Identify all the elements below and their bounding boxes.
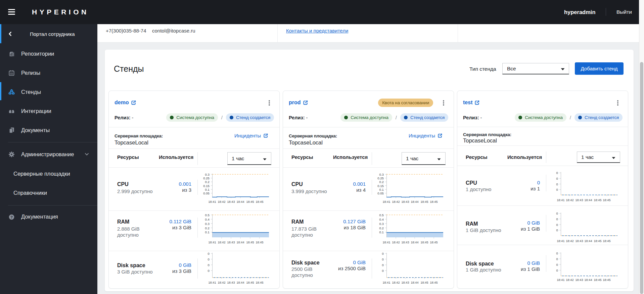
svg-text:0: 0 bbox=[208, 263, 210, 267]
svg-text:0: 0 bbox=[382, 263, 384, 267]
svg-text:18:44: 18:44 bbox=[237, 281, 244, 284]
svg-text:18:45: 18:45 bbox=[430, 281, 438, 284]
svg-text:18:45: 18:45 bbox=[256, 200, 264, 203]
svg-text:0.2: 0.2 bbox=[205, 226, 210, 230]
svg-text:18:42: 18:42 bbox=[566, 239, 574, 243]
svg-text:18:44: 18:44 bbox=[411, 200, 419, 203]
svg-text:0: 0 bbox=[208, 257, 210, 261]
svg-text:0.1: 0.1 bbox=[205, 230, 210, 234]
svg-text:18:45: 18:45 bbox=[603, 278, 611, 282]
svg-text:18:42: 18:42 bbox=[566, 198, 574, 202]
svg-text:18:41: 18:41 bbox=[557, 278, 565, 282]
svg-text:18:41: 18:41 bbox=[383, 281, 390, 284]
svg-text:18:41: 18:41 bbox=[209, 200, 216, 203]
svg-text:0.2: 0.2 bbox=[379, 226, 384, 230]
svg-text:18:41: 18:41 bbox=[209, 281, 216, 284]
svg-text:18:43: 18:43 bbox=[576, 239, 583, 243]
svg-text:18:45: 18:45 bbox=[594, 198, 602, 202]
svg-text:0: 0 bbox=[556, 177, 558, 180]
svg-text:0: 0 bbox=[556, 182, 558, 186]
svg-text:18:43: 18:43 bbox=[227, 241, 235, 244]
svg-text:18:43: 18:43 bbox=[227, 281, 235, 284]
svg-text:0.3: 0.3 bbox=[379, 173, 384, 176]
svg-text:18:43: 18:43 bbox=[402, 281, 409, 284]
svg-text:0: 0 bbox=[556, 263, 558, 267]
svg-text:18:41: 18:41 bbox=[209, 241, 216, 244]
svg-text:0: 0 bbox=[208, 269, 210, 273]
svg-text:0: 0 bbox=[382, 269, 384, 273]
svg-text:18:41: 18:41 bbox=[557, 239, 565, 243]
svg-text:0.2: 0.2 bbox=[379, 180, 384, 184]
svg-text:18:42: 18:42 bbox=[392, 281, 400, 284]
svg-text:18:45: 18:45 bbox=[430, 241, 438, 244]
svg-text:0: 0 bbox=[556, 212, 558, 215]
svg-text:18:43: 18:43 bbox=[576, 278, 583, 282]
svg-text:18:42: 18:42 bbox=[392, 200, 400, 203]
svg-text:0: 0 bbox=[556, 228, 558, 232]
svg-text:0.5: 0.5 bbox=[379, 213, 384, 217]
svg-text:18:45: 18:45 bbox=[256, 281, 264, 284]
svg-text:0.15: 0.15 bbox=[203, 184, 210, 188]
svg-text:0.25: 0.25 bbox=[377, 176, 384, 180]
svg-text:0: 0 bbox=[382, 257, 384, 261]
svg-text:18:41: 18:41 bbox=[383, 241, 390, 244]
svg-text:18:45: 18:45 bbox=[430, 200, 438, 203]
svg-text:18:45: 18:45 bbox=[256, 241, 264, 244]
svg-text:18:41: 18:41 bbox=[557, 198, 565, 202]
svg-text:18:43: 18:43 bbox=[227, 200, 235, 203]
svg-text:0.15: 0.15 bbox=[377, 184, 384, 188]
svg-text:0.2: 0.2 bbox=[205, 180, 210, 184]
svg-text:0.4: 0.4 bbox=[379, 218, 384, 221]
svg-text:0.25: 0.25 bbox=[203, 176, 210, 180]
svg-text:0.05: 0.05 bbox=[203, 191, 210, 195]
svg-text:0.05: 0.05 bbox=[377, 191, 384, 195]
svg-text:18:44: 18:44 bbox=[585, 198, 592, 202]
svg-text:0.3: 0.3 bbox=[205, 222, 210, 226]
svg-text:0: 0 bbox=[382, 252, 384, 255]
svg-text:18:45: 18:45 bbox=[594, 239, 602, 243]
svg-text:0: 0 bbox=[556, 223, 558, 227]
svg-text:0.4: 0.4 bbox=[205, 218, 210, 221]
svg-text:18:45: 18:45 bbox=[603, 239, 611, 243]
svg-text:18:45: 18:45 bbox=[594, 278, 602, 282]
svg-text:18:45: 18:45 bbox=[246, 200, 254, 203]
svg-text:18:44: 18:44 bbox=[237, 200, 244, 203]
svg-text:0.1: 0.1 bbox=[379, 230, 384, 234]
svg-text:0: 0 bbox=[556, 171, 558, 175]
svg-text:18:43: 18:43 bbox=[576, 198, 583, 202]
svg-text:18:42: 18:42 bbox=[566, 278, 574, 282]
svg-text:18:42: 18:42 bbox=[218, 200, 226, 203]
svg-text:0: 0 bbox=[556, 217, 558, 221]
svg-text:0: 0 bbox=[556, 269, 558, 272]
svg-text:0.3: 0.3 bbox=[379, 222, 384, 226]
svg-text:18:44: 18:44 bbox=[585, 278, 592, 282]
svg-text:18:43: 18:43 bbox=[402, 241, 409, 244]
svg-text:0.1: 0.1 bbox=[205, 188, 210, 191]
svg-text:18:42: 18:42 bbox=[392, 241, 400, 244]
svg-text:18:43: 18:43 bbox=[402, 200, 409, 203]
svg-text:?: ? bbox=[10, 215, 13, 219]
svg-text:0: 0 bbox=[556, 257, 558, 261]
svg-text:18:45: 18:45 bbox=[246, 241, 254, 244]
svg-text:18:41: 18:41 bbox=[383, 200, 390, 203]
svg-text:18:44: 18:44 bbox=[585, 239, 592, 243]
svg-text:0.5: 0.5 bbox=[205, 213, 210, 217]
svg-text:0.3: 0.3 bbox=[205, 173, 210, 176]
svg-text:18:42: 18:42 bbox=[218, 281, 226, 284]
svg-text:0.1: 0.1 bbox=[379, 188, 384, 191]
svg-text:18:45: 18:45 bbox=[246, 281, 254, 284]
svg-text:18:45: 18:45 bbox=[421, 281, 428, 284]
svg-text:18:45: 18:45 bbox=[603, 198, 611, 202]
svg-text:0: 0 bbox=[208, 252, 210, 255]
svg-text:18:42: 18:42 bbox=[218, 241, 226, 244]
svg-text:18:45: 18:45 bbox=[421, 241, 428, 244]
svg-text:18:44: 18:44 bbox=[237, 241, 244, 244]
svg-text:0: 0 bbox=[556, 251, 558, 255]
svg-text:18:45: 18:45 bbox=[421, 200, 428, 203]
svg-text:18:44: 18:44 bbox=[411, 281, 419, 284]
svg-text:0: 0 bbox=[556, 188, 558, 191]
svg-text:18:44: 18:44 bbox=[411, 241, 419, 244]
